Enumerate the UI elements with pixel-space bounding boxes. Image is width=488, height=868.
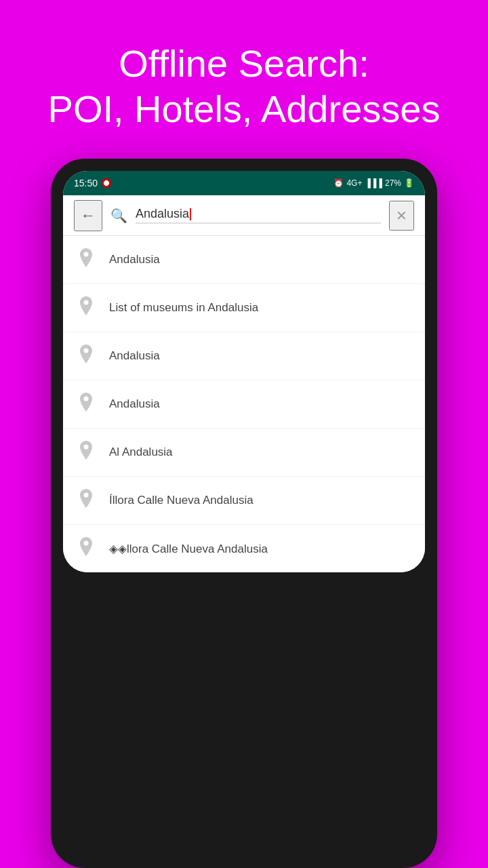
- svg-point-0: [84, 252, 89, 257]
- pin-icon: [77, 537, 96, 560]
- pin-icon: [77, 248, 96, 271]
- search-results-list: Andalusia List of museums in Andalusia A…: [63, 236, 425, 572]
- status-time-text: 15:50: [74, 178, 98, 189]
- pin-icon: [77, 344, 96, 368]
- list-item[interactable]: Andalusia: [63, 332, 425, 380]
- result-label: Íllora Calle Nueva Andalusia: [109, 494, 253, 507]
- phone-screen: 15:50 ⏰ 4G+ ▐▐▐ 27% 🔋 ← 🔍 Andalusia: [63, 171, 425, 572]
- alarm-icon: ⏰: [333, 178, 344, 188]
- svg-point-4: [84, 445, 89, 450]
- app-status-icon: [102, 178, 111, 188]
- list-item[interactable]: List of museums in Andalusia: [63, 284, 425, 332]
- status-bar: 15:50 ⏰ 4G+ ▐▐▐ 27% 🔋: [63, 171, 425, 195]
- svg-point-5: [84, 493, 89, 498]
- result-label: Andalusia: [109, 253, 160, 267]
- pin-icon: [77, 296, 96, 319]
- text-cursor: [190, 208, 191, 220]
- svg-point-1: [84, 300, 89, 305]
- result-label: List of museums in Andalusia: [109, 301, 258, 315]
- signal-icon: ▐▐▐: [365, 178, 382, 188]
- phone-frame: 15:50 ⏰ 4G+ ▐▐▐ 27% 🔋 ← 🔍 Andalusia: [51, 159, 437, 868]
- search-bar: ← 🔍 Andalusia ✕: [63, 195, 425, 236]
- pin-icon: [77, 441, 96, 464]
- list-item[interactable]: Al Andalusia: [63, 429, 425, 477]
- search-input-text: Andalusia: [136, 207, 189, 221]
- result-label: Al Andalusia: [109, 446, 173, 459]
- status-bar-right: ⏰ 4G+ ▐▐▐ 27% 🔋: [333, 178, 414, 188]
- network-text: 4G+: [346, 178, 362, 188]
- battery-icon: 🔋: [404, 178, 414, 188]
- list-item[interactable]: Andalusia: [63, 236, 425, 284]
- battery-text: 27%: [385, 178, 401, 188]
- svg-point-6: [84, 541, 89, 546]
- app-header-title: Offline Search: POI, Hotels, Addresses: [21, 0, 468, 159]
- back-button[interactable]: ←: [74, 200, 102, 231]
- clear-search-button[interactable]: ✕: [389, 201, 414, 231]
- svg-point-2: [84, 349, 89, 353]
- result-label: Andalusia: [109, 349, 160, 363]
- status-bar-left: 15:50: [74, 178, 111, 189]
- result-label: Andalusia: [109, 397, 160, 411]
- pin-icon: [77, 489, 96, 512]
- list-item[interactable]: Andalusia: [63, 380, 425, 429]
- list-item[interactable]: Íllora Calle Nueva Andalusia: [63, 477, 425, 525]
- pin-icon: [77, 393, 96, 416]
- list-item[interactable]: ◈◈llora Calle Nueva Andalusia: [63, 525, 425, 572]
- svg-point-3: [84, 397, 89, 401]
- result-label: ◈◈llora Calle Nueva Andalusia: [109, 542, 268, 556]
- search-icon: 🔍: [110, 208, 127, 224]
